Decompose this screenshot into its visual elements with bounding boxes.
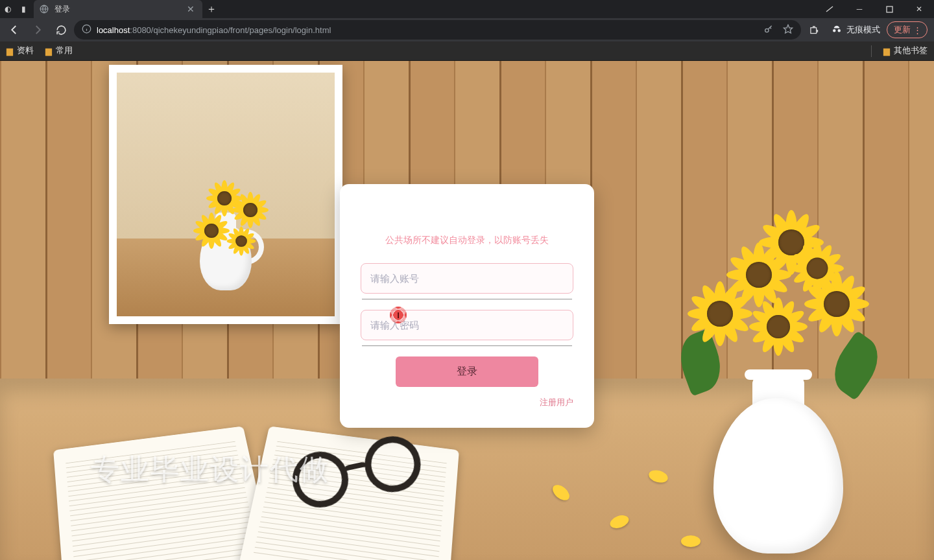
maximize-icon[interactable] [874,0,904,18]
extensions-icon[interactable] [804,19,824,40]
tab-title: 登录 [54,4,184,15]
password-key-icon[interactable] [763,24,774,36]
minimize-icon[interactable]: ─ [844,0,874,18]
petal-decoration [681,535,700,547]
browser-window: ◐ ▮ 登录 ✕ ＋ ─ ✕ [0,0,934,560]
close-window-icon[interactable]: ✕ [904,0,934,18]
folder-icon: ▆ [883,46,890,56]
bookmark-item-1[interactable]: ▆ 常用 [45,45,73,56]
bookmark-label: 其他书签 [894,45,928,56]
bookmarks-bar: ▆ 资料 ▆ 常用 ▆ 其他书签 [0,41,934,61]
svg-rect-1 [887,6,892,12]
watermark-text: 专业毕业设计代做 [91,450,329,489]
app-icon: ◐ [0,5,16,14]
reload-button[interactable] [51,19,71,40]
bookmark-label: 资料 [17,45,34,56]
register-link[interactable]: 注册用户 [540,397,573,407]
login-card: 公共场所不建议自动登录，以防账号丢失 I 登录 注册用户 [340,184,594,428]
new-tab-button[interactable]: ＋ [202,3,221,16]
folder-icon: ▆ [6,46,13,56]
page-viewport: 专业毕业设计代做 公共场所不建议自动登录，以防账号丢失 I 登录 注册用户 [0,61,934,560]
window-minimize-icon[interactable] [815,0,844,18]
svg-marker-6 [784,25,792,33]
wall-picture [109,65,342,324]
incognito-label: 无痕模式 [846,24,880,36]
divider [362,299,572,299]
browser-tab[interactable]: 登录 ✕ [34,0,202,18]
tab-strip: ◐ ▮ 登录 ✕ ＋ ─ ✕ [0,0,934,18]
incognito-icon [831,23,843,37]
browser-toolbar: localhost:8080/qichekeyundingpiao/front/… [0,18,934,41]
incognito-indicator[interactable]: 无痕模式 [831,23,880,37]
username-wrap [361,263,573,294]
password-wrap: I [361,310,573,340]
bookmark-star-icon[interactable] [783,24,793,36]
update-button[interactable]: 更新 ⋮ [887,21,928,38]
update-label: 更新 [894,24,911,36]
folder-icon: ▆ [45,46,52,56]
back-button[interactable] [4,19,25,40]
address-bar[interactable]: localhost:8080/qichekeyundingpiao/front/… [74,20,801,40]
other-bookmarks[interactable]: ▆ 其他书签 [883,45,928,56]
bookmark-label: 常用 [56,45,73,56]
divider [871,45,872,57]
close-tab-icon[interactable]: ✕ [184,4,197,14]
username-input[interactable] [361,264,573,293]
cursor-indicator-icon: I [390,307,407,323]
login-button[interactable]: 登录 [396,356,538,387]
login-hint: 公共场所不建议自动登录，以防账号丢失 [361,235,573,246]
bookmark-item-0[interactable]: ▆ 资料 [6,45,34,56]
divider [362,345,572,346]
url-text: localhost:8080/qichekeyundingpiao/front/… [97,25,331,35]
taskbar-icon: ▮ [16,5,31,14]
globe-icon [39,4,49,14]
svg-rect-7 [810,27,816,33]
menu-dots-icon: ⋮ [913,25,920,35]
site-info-icon[interactable] [82,24,91,36]
text-cursor-icon: I [397,310,400,320]
forward-button[interactable] [27,19,48,40]
vase-decoration [662,216,895,554]
window-controls: ─ ✕ [815,0,934,18]
